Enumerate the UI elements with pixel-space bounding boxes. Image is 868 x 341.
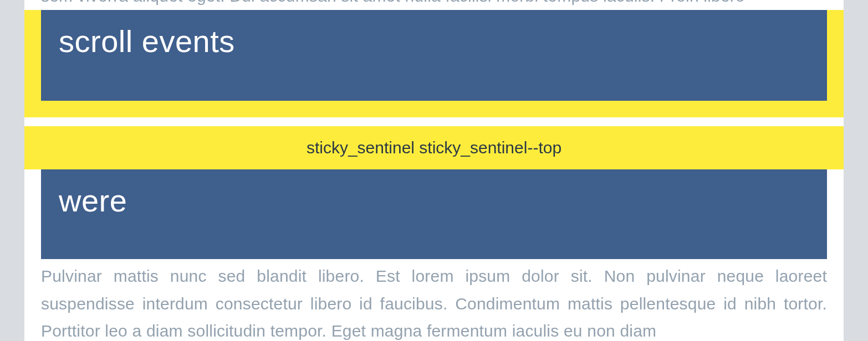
page-gutter-right bbox=[844, 0, 868, 341]
section-2-header-title: were bbox=[59, 183, 127, 219]
page-gutter-left bbox=[0, 0, 24, 341]
sentinel-label: sticky_sentinel sticky_sentinel--top bbox=[307, 138, 561, 157]
section-1-paragraph-fragment: sem viverra aliquet eget. Dui accumsan s… bbox=[41, 0, 827, 9]
section-2-top-sentinel: sticky_sentinel sticky_sentinel--top bbox=[24, 126, 844, 169]
section-1-sticky-header: scroll events bbox=[41, 10, 827, 101]
page-content: sem viverra aliquet eget. Dui accumsan s… bbox=[24, 0, 844, 341]
section-1-header-title: scroll events bbox=[59, 23, 235, 59]
section-2-paragraph: Pulvinar mattis nunc sed blandit libero.… bbox=[41, 262, 827, 341]
section-2-sticky-header: were bbox=[41, 169, 827, 259]
